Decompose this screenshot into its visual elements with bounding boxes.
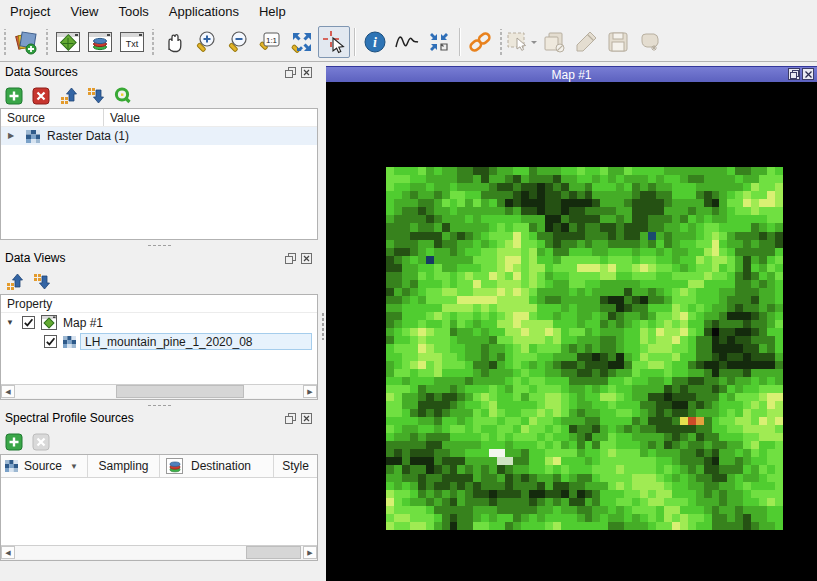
copy-layer-button (538, 26, 570, 58)
application-window: Project View Tools Applications Help (0, 0, 817, 581)
column-header-destination[interactable]: Destination (160, 455, 273, 477)
column-header-sampling[interactable]: Sampling (88, 455, 159, 477)
collapse-arrow-icon[interactable]: ▼ (6, 313, 18, 332)
float-window-button[interactable] (788, 68, 800, 80)
save-button (602, 26, 634, 58)
link-maps-button[interactable] (464, 26, 496, 58)
data-views-titlebar[interactable]: Data Views (0, 248, 318, 268)
data-views-hscrollbar: ◀ ▶ (1, 384, 317, 399)
spectral-profile-sources-panel: Spectral Profile Sources (0, 408, 320, 563)
scroll-left-arrow[interactable]: ◀ (1, 385, 15, 398)
remove-profile-source-button-disabled (31, 432, 51, 452)
svg-text:Txt: Txt (126, 39, 139, 49)
qgis-icon[interactable] (112, 86, 132, 106)
add-profile-source-button[interactable] (4, 432, 24, 452)
add-datasource-button[interactable] (10, 26, 42, 58)
menu-project[interactable]: Project (0, 1, 60, 22)
toolbar-grip[interactable] (44, 29, 50, 55)
close-panel-button[interactable] (300, 412, 313, 425)
toolbar-grip[interactable] (2, 29, 8, 55)
spectral-profile-icon (394, 30, 420, 54)
raster-data-label: Raster Data (1) (47, 129, 129, 143)
add-datasource-icon (13, 29, 39, 55)
scroll-left-arrow[interactable]: ◀ (1, 546, 15, 559)
pan-hand-icon (161, 29, 187, 55)
pan-tool-button[interactable] (158, 26, 190, 58)
float-panel-button[interactable] (284, 66, 297, 79)
menu-view[interactable]: View (60, 1, 108, 22)
property-header: Property (1, 295, 317, 313)
zoom-full-extent-icon (289, 29, 315, 55)
float-panel-button[interactable] (284, 412, 297, 425)
zoom-native-button[interactable]: 1:1 (254, 26, 286, 58)
toolbar-separator (354, 28, 355, 56)
scroll-track[interactable] (15, 385, 303, 398)
scroll-thumb[interactable] (246, 546, 301, 559)
zoom-in-button[interactable] (190, 26, 222, 58)
menu-applications[interactable]: Applications (159, 1, 249, 22)
scroll-track[interactable] (15, 546, 303, 559)
spectral-titlebar[interactable]: Spectral Profile Sources (0, 408, 318, 428)
dropdown-arrow-icon[interactable]: ▼ (70, 462, 78, 471)
close-panel-button[interactable] (300, 66, 313, 79)
scroll-right-arrow[interactable]: ▶ (303, 385, 317, 398)
menu-tools[interactable]: Tools (108, 1, 158, 22)
spectral-sources-table: Source ▼ Sampling Destination (0, 454, 318, 561)
map-canvas[interactable] (326, 82, 817, 581)
map-tree-label[interactable]: Map #1 (63, 316, 103, 330)
data-views-tree: Property ▼ Map #1 (0, 294, 318, 400)
sync-down-icon[interactable] (85, 86, 105, 106)
column-header-source[interactable]: Source ▼ (1, 455, 87, 477)
expand-arrow-icon[interactable]: ▶ (8, 127, 18, 145)
remove-source-button[interactable] (31, 86, 51, 106)
select-features-button (506, 26, 538, 58)
sync-up-icon[interactable] (58, 86, 78, 106)
edit-button (570, 26, 602, 58)
layer-tree-row[interactable]: LH_mountain_pine_1_2020_08 (1, 332, 317, 351)
menu-help[interactable]: Help (249, 1, 296, 22)
toolbar-grip[interactable] (150, 29, 156, 55)
sync-down-icon[interactable] (31, 272, 51, 292)
open-textview-button[interactable]: Txt (116, 26, 148, 58)
open-mapview-button[interactable] (52, 26, 84, 58)
map-checkbox[interactable] (22, 316, 35, 329)
zoom-out-button[interactable] (222, 26, 254, 58)
select-location-button[interactable] (318, 26, 350, 58)
scroll-thumb[interactable] (116, 385, 244, 398)
close-panel-button[interactable] (300, 252, 313, 265)
menu-bar: Project View Tools Applications Help (0, 0, 817, 22)
zoom-full-extent-button[interactable] (286, 26, 318, 58)
scroll-right-arrow[interactable]: ▶ (303, 546, 317, 559)
identify-profile-button[interactable] (391, 26, 423, 58)
raster-data-row[interactable]: ▶ Raster Data (1) (1, 127, 317, 145)
map-window: Map #1 (326, 62, 817, 581)
column-header-value[interactable]: Value (104, 109, 317, 126)
data-sources-table: Source Value ▶ Raster Data (1) (0, 108, 318, 240)
tag-icon (637, 29, 663, 55)
data-sources-titlebar[interactable]: Data Sources (0, 62, 318, 82)
data-sources-toolbar (0, 83, 132, 108)
data-sources-panel: Data Sources (0, 62, 320, 242)
column-header-source[interactable]: Source (1, 109, 103, 126)
open-datastack-button[interactable] (84, 26, 116, 58)
float-panel-button[interactable] (284, 252, 297, 265)
layer-checkbox[interactable] (44, 335, 57, 348)
copy-icon (541, 29, 567, 55)
text-view-icon: Txt (119, 30, 145, 54)
left-dock: Data Sources (0, 62, 320, 581)
column-header-style[interactable]: Style (274, 455, 317, 477)
map-view-icon (55, 30, 81, 54)
sync-up-icon[interactable] (4, 272, 24, 292)
add-source-button[interactable] (4, 86, 24, 106)
identify-info-button[interactable]: i (359, 26, 391, 58)
panel-title: Spectral Profile Sources (0, 411, 134, 425)
map-tree-row[interactable]: ▼ Map #1 (1, 313, 317, 332)
data-stack-icon (87, 30, 113, 54)
selected-layer-item[interactable]: LH_mountain_pine_1_2020_08 (80, 333, 312, 350)
crosshair-cursor-icon (321, 29, 347, 55)
move-to-center-button[interactable] (423, 26, 455, 58)
map-title: Map #1 (551, 68, 591, 82)
toolbar-grip[interactable] (498, 29, 504, 55)
map-titlebar[interactable]: Map #1 (326, 66, 817, 82)
close-window-button[interactable] (802, 68, 814, 80)
